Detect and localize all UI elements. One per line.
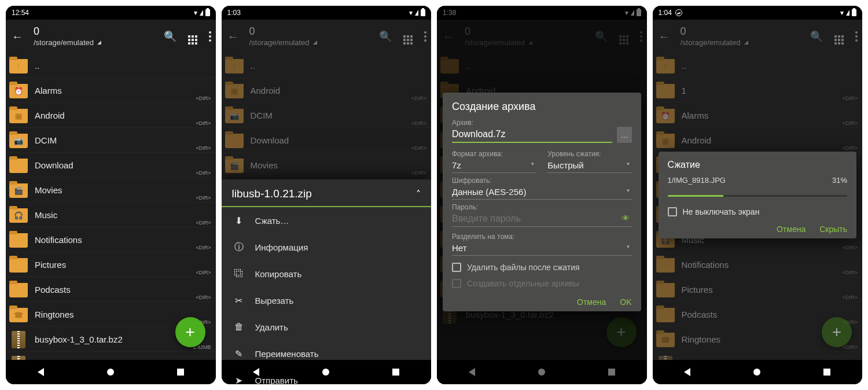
- cell-icon: [200, 10, 203, 16]
- checkbox-icon: [452, 263, 461, 272]
- file-row[interactable]: ↑..: [6, 53, 216, 78]
- file-name: 1: [682, 86, 858, 95]
- sheet-action[interactable]: ✂Вырезать: [222, 287, 432, 314]
- sheet-action[interactable]: ➤Отправить: [222, 367, 432, 384]
- file-row[interactable]: ⏰Alarms<DIR>: [6, 78, 216, 103]
- nav-back-button[interactable]: [684, 368, 690, 376]
- sheet-action[interactable]: ⿻Копировать: [222, 260, 432, 287]
- file-name: Notifications: [35, 235, 211, 245]
- file-name: Android: [682, 135, 858, 145]
- sheet-action[interactable]: ✎Переименовать: [222, 340, 432, 367]
- nav-recent-button[interactable]: [177, 369, 184, 376]
- collapse-icon[interactable]: ˄: [416, 189, 421, 200]
- dropdown-caret-icon: ◢: [97, 39, 101, 46]
- file-row[interactable]: 🎬Movies<DIR>: [6, 178, 216, 203]
- create-archive-dialog: Создание архива Архив: … Формат архива: …: [443, 93, 641, 311]
- ok-button[interactable]: OK: [620, 297, 631, 307]
- file-row[interactable]: 📷DCIM<DIR>: [6, 128, 216, 153]
- back-button[interactable]: ←: [10, 30, 24, 43]
- file-meta: <DIR>: [196, 145, 211, 151]
- view-grid-button: [834, 28, 844, 45]
- path-title: 0: [34, 25, 155, 38]
- folder-icon: 🎬: [9, 182, 28, 198]
- nav-back-button[interactable]: [38, 368, 44, 376]
- folder-icon: 🎬: [225, 157, 244, 173]
- dnd-icon: [675, 9, 682, 16]
- folder-up-icon: ↑: [656, 57, 675, 73]
- level-label: Уровень сжатия:: [547, 150, 631, 158]
- folder-icon: [656, 256, 675, 273]
- encrypt-select[interactable]: Данные (AES-256): [452, 185, 632, 200]
- path-subtitle: /storage/emulated: [681, 38, 741, 47]
- file-row[interactable]: ZIPlibusb-1.0.21.zip502.34KB: [6, 352, 216, 360]
- nav-recent-button[interactable]: [823, 369, 830, 376]
- nav-home-button[interactable]: [107, 369, 114, 376]
- file-row[interactable]: Notifications<DIR>: [6, 227, 216, 252]
- file-meta: <DIR>: [196, 120, 211, 126]
- file-row[interactable]: Podcasts<DIR>: [6, 277, 216, 302]
- split-select[interactable]: Нет: [452, 241, 632, 256]
- file-row[interactable]: ▣Android<DIR>: [6, 103, 216, 128]
- file-row[interactable]: Pictures<DIR>: [6, 252, 216, 277]
- file-name: ..: [251, 61, 427, 71]
- file-meta: <DIR>: [196, 245, 211, 251]
- file-meta: <DIR>: [196, 220, 211, 226]
- screen-4: 1:04 ▾ ← 0 /storage/emulated◢ 🔍 ↑..1<DIR…: [653, 6, 863, 384]
- sheet-action[interactable]: 🗑Удалить: [222, 314, 432, 340]
- browse-button[interactable]: …: [617, 127, 631, 143]
- level-select[interactable]: Быстрый: [547, 158, 631, 173]
- dialog-title: Создание архива: [452, 101, 632, 113]
- search-button[interactable]: 🔍: [379, 30, 392, 43]
- checkbox-icon: [668, 207, 677, 216]
- format-label: Формат архива:: [452, 150, 536, 158]
- search-button[interactable]: 🔍: [164, 30, 176, 43]
- sheet-action[interactable]: ⓘИнформация: [222, 234, 432, 260]
- show-password-icon[interactable]: 👁: [621, 214, 630, 223]
- sheet-action[interactable]: ⬇Сжать…: [222, 207, 432, 234]
- cancel-button[interactable]: Отмена: [577, 297, 606, 307]
- action-label: Отправить: [255, 376, 298, 385]
- folder-up-icon: ↑: [225, 57, 244, 73]
- view-grid-button[interactable]: [188, 28, 197, 45]
- status-icons: ▾: [194, 9, 210, 17]
- action-icon: ⿻: [233, 268, 245, 279]
- file-row[interactable]: Download<DIR>: [6, 153, 216, 178]
- fab-add-button[interactable]: +: [175, 317, 205, 347]
- file-name: Pictures: [682, 285, 858, 295]
- file-meta: <DIR>: [411, 120, 426, 126]
- nav-bar: [6, 360, 216, 384]
- wifi-icon: ▾: [840, 9, 844, 17]
- delete-after-checkbox[interactable]: Удалить файлы после сжатия: [452, 263, 632, 272]
- view-grid-button[interactable]: [403, 28, 413, 45]
- file-meta: <DIR>: [843, 120, 858, 126]
- file-name: Android: [251, 86, 427, 95]
- back-button: ←: [657, 30, 671, 43]
- toolbar: ← 0 /storage/emulated◢ 🔍: [222, 20, 432, 53]
- archive-name-input[interactable]: [452, 127, 612, 143]
- overflow-menu-button[interactable]: [424, 31, 426, 42]
- format-select[interactable]: 7z: [452, 158, 536, 173]
- encrypt-label: Шифровать:: [452, 176, 632, 185]
- folder-icon: [9, 231, 28, 248]
- back-button[interactable]: ←: [226, 30, 240, 43]
- file-row[interactable]: 🎧Music<DIR>: [6, 203, 216, 227]
- path-display[interactable]: 0 /storage/emulated◢: [34, 25, 155, 47]
- file-row: Pictures<DIR>: [653, 277, 863, 302]
- cancel-button[interactable]: Отмена: [777, 225, 806, 234]
- nav-home-button[interactable]: [753, 369, 760, 376]
- file-list[interactable]: ↑..⏰Alarms<DIR>▣Android<DIR>📷DCIM<DIR>Do…: [6, 53, 216, 360]
- file-name: DCIM: [35, 135, 211, 145]
- separate-archives-checkbox: Создавать отдельные архивы: [452, 279, 632, 288]
- file-name: Android: [35, 111, 211, 120]
- keep-awake-checkbox[interactable]: Не выключать экран: [668, 207, 848, 216]
- file-meta: <DIR>: [196, 270, 211, 275]
- folder-icon: 📷: [225, 107, 244, 123]
- folder-icon: [656, 306, 675, 322]
- hide-button[interactable]: Скрыть: [819, 225, 847, 234]
- overflow-menu-button[interactable]: [209, 31, 211, 42]
- folder-icon: ⏰: [9, 82, 28, 98]
- archive-icon: ZIP: [9, 356, 28, 360]
- password-input[interactable]: [452, 211, 632, 227]
- progress-bar: [668, 195, 848, 197]
- file-meta: <DIR>: [196, 170, 211, 176]
